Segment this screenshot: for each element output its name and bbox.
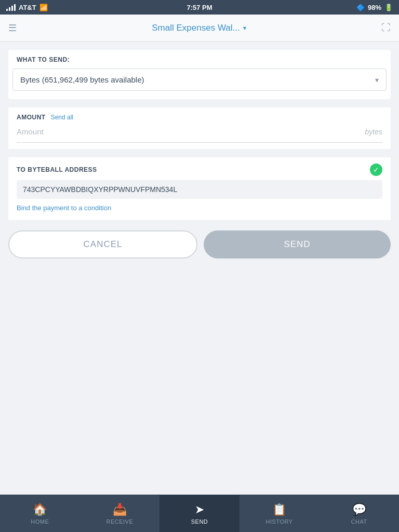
send-button[interactable]: SEND <box>204 230 391 258</box>
carrier-label: AT&T <box>19 4 36 11</box>
nav-label-history: HISTORY <box>266 519 293 525</box>
send-all-link[interactable]: Send all <box>46 114 73 121</box>
address-label: TO BYTEBALL ADDRESS <box>17 166 97 173</box>
app-header: ☰ Small Expenses Wal... ▾ ⛶ <box>0 15 399 42</box>
address-label-row: TO BYTEBALL ADDRESS ✓ <box>17 163 382 176</box>
chevron-down-icon: ▾ <box>243 24 246 32</box>
menu-icon[interactable]: ☰ <box>8 22 17 34</box>
action-buttons: CANCEL SEND <box>8 228 391 263</box>
status-bar: AT&T 📶 7:57 PM 🔷 98% 🔋 <box>0 0 399 15</box>
wallet-name: Small Expenses Wal... <box>152 23 240 33</box>
chat-icon: 💬 <box>352 503 366 516</box>
history-icon: 📋 <box>272 503 286 516</box>
amount-unit: bytes <box>365 128 382 136</box>
nav-item-home[interactable]: 🏠 HOME <box>0 495 80 532</box>
signal-bars-icon <box>6 4 16 11</box>
what-to-send-label: WHAT TO SEND: <box>8 50 391 65</box>
what-to-send-section: WHAT TO SEND: Bytes (651,962,499 bytes a… <box>8 50 391 99</box>
bottom-nav: 🏠 HOME 📥 RECEIVE ➤ SEND 📋 HISTORY 💬 CHAT <box>0 495 399 532</box>
wifi-icon: 📶 <box>39 4 48 11</box>
expand-icon[interactable]: ⛶ <box>381 22 391 33</box>
amount-section: AMOUNT Send all bytes <box>8 107 391 149</box>
nav-item-send[interactable]: ➤ SEND <box>159 495 240 532</box>
asset-dropdown[interactable]: Bytes (651,962,499 bytes available) <box>13 69 386 90</box>
nav-label-chat: CHAT <box>351 519 367 525</box>
status-bar-left: AT&T 📶 <box>6 4 48 11</box>
amount-input[interactable] <box>17 125 365 138</box>
status-bar-right: 🔷 98% 🔋 <box>356 4 393 11</box>
home-icon: 🏠 <box>33 503 47 516</box>
bind-condition-link[interactable]: Bind the payment to a condition <box>17 204 382 212</box>
amount-row: bytes <box>17 125 382 143</box>
wallet-title[interactable]: Small Expenses Wal... ▾ <box>152 23 246 33</box>
send-nav-icon: ➤ <box>195 503 204 516</box>
bluetooth-icon: 🔷 <box>356 4 365 11</box>
address-section: TO BYTEBALL ADDRESS ✓ Bind the payment t… <box>8 157 391 220</box>
cancel-button[interactable]: CANCEL <box>8 230 197 258</box>
asset-dropdown-wrapper[interactable]: Bytes (651,962,499 bytes available) ▾ <box>12 69 387 91</box>
address-input[interactable] <box>17 180 382 199</box>
nav-item-history[interactable]: 📋 HISTORY <box>240 495 320 532</box>
nav-label-home: HOME <box>31 519 49 525</box>
receive-icon: 📥 <box>113 503 127 516</box>
main-content: WHAT TO SEND: Bytes (651,962,499 bytes a… <box>0 42 399 495</box>
battery-icon: 🔋 <box>384 4 393 11</box>
nav-item-chat[interactable]: 💬 CHAT <box>319 495 399 532</box>
battery-label: 98% <box>368 4 381 11</box>
nav-label-receive: RECEIVE <box>106 519 133 525</box>
status-time: 7:57 PM <box>187 4 212 11</box>
amount-label: AMOUNT <box>17 114 46 121</box>
nav-item-receive[interactable]: 📥 RECEIVE <box>80 495 160 532</box>
address-verified-icon: ✓ <box>370 163 382 176</box>
nav-label-send: SEND <box>191 519 208 525</box>
